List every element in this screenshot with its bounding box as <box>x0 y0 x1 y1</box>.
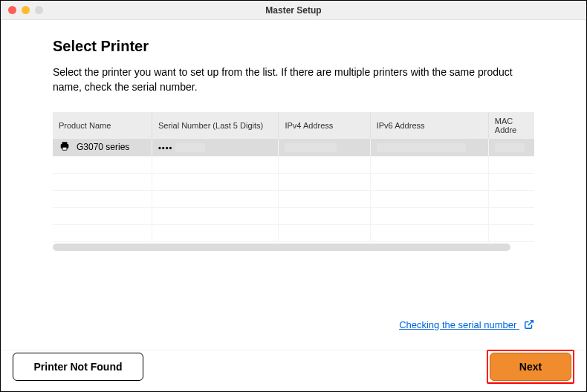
product-name-cell: G3070 series <box>77 142 129 152</box>
horizontal-scrollbar[interactable] <box>53 244 510 251</box>
page-description: Select the printer you want to set up fr… <box>53 65 534 94</box>
help-link-row: Checking the serial number <box>53 318 534 332</box>
serial-number-cell: •••• <box>152 139 279 156</box>
minimize-window-button[interactable] <box>22 6 30 14</box>
app-window: Master Setup Select Printer Select the p… <box>0 0 587 392</box>
table-row[interactable] <box>53 173 534 190</box>
header-serial-number[interactable]: Serial Number (Last 5 Digits) <box>152 112 279 139</box>
next-button[interactable]: Next <box>490 353 571 381</box>
mac-cell <box>488 139 534 156</box>
table-row[interactable] <box>53 207 534 224</box>
close-window-button[interactable] <box>8 6 16 14</box>
ipv4-cell <box>279 139 370 156</box>
table-row[interactable]: G3070 series •••• <box>53 139 534 156</box>
titlebar: Master Setup <box>1 1 586 20</box>
header-ipv6-address[interactable]: IPv6 Address <box>370 112 488 139</box>
printer-table: Product Name Serial Number (Last 5 Digit… <box>53 112 534 242</box>
external-link-icon <box>524 319 534 332</box>
window-controls <box>1 6 43 14</box>
table-row[interactable] <box>53 156 534 173</box>
content-area: Select Printer Select the printer you wa… <box>1 20 586 342</box>
checking-serial-link[interactable]: Checking the serial number <box>399 319 534 330</box>
svg-rect-0 <box>62 142 68 144</box>
svg-line-3 <box>528 320 533 324</box>
page-title: Select Printer <box>53 38 534 55</box>
ipv6-cell <box>370 139 488 156</box>
header-mac-address[interactable]: MAC Addre <box>488 112 534 139</box>
header-product-name[interactable]: Product Name <box>53 112 152 139</box>
header-ipv4-address[interactable]: IPv4 Address <box>279 112 370 139</box>
table-row[interactable] <box>53 190 534 207</box>
window-title: Master Setup <box>1 5 586 16</box>
next-button-highlight: Next <box>487 350 574 384</box>
printer-table-container: Product Name Serial Number (Last 5 Digit… <box>53 112 534 251</box>
svg-rect-2 <box>62 147 67 150</box>
printer-icon <box>59 141 71 154</box>
printer-not-found-button[interactable]: Printer Not Found <box>13 353 143 381</box>
footer: Printer Not Found Next <box>1 350 586 391</box>
maximize-window-button[interactable] <box>35 6 43 14</box>
table-row[interactable] <box>53 224 534 241</box>
